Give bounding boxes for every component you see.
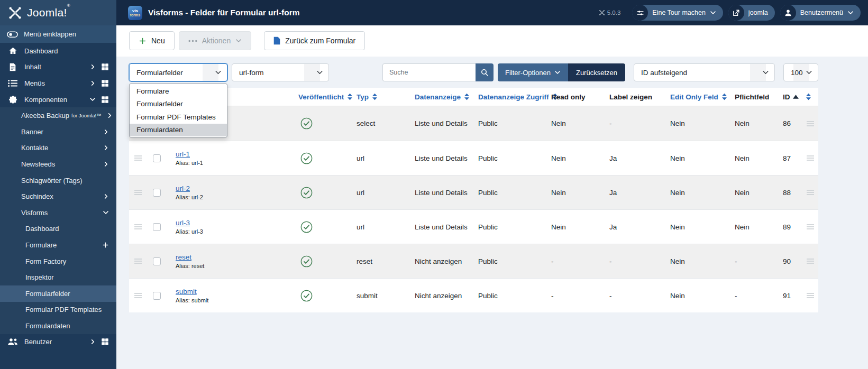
sidebar-item-visforms-dashboard[interactable]: Dashboard	[0, 221, 116, 237]
sidebar-item-formular-pdf-templates[interactable]: Formular PDF Templates	[0, 302, 116, 318]
view-select[interactable]: Formularfelder	[129, 63, 227, 81]
plus-icon	[139, 37, 147, 45]
edit-only-cell: Nein	[660, 189, 724, 197]
zugriff-cell: Public	[468, 154, 541, 162]
check-circle-icon[interactable]	[300, 290, 313, 302]
check-circle-icon[interactable]	[300, 152, 313, 164]
dropdown-option[interactable]: Formulare	[130, 85, 227, 98]
column-header-veroeffentlicht[interactable]: Veröffentlicht	[288, 93, 346, 101]
typ-cell: select	[346, 119, 404, 127]
column-header-label-zeigen: Label zeigen	[599, 93, 660, 101]
column-header-datenanzeige[interactable]: Datenanzeige	[404, 93, 468, 101]
zugriff-cell: Public	[468, 189, 541, 197]
user-menu-button[interactable]: Benutzermenü	[780, 5, 861, 21]
sidebar-item-schlagwoerter-tags[interactable]: Schlagwörter (Tags)	[0, 172, 116, 189]
sidebar-item-kontakte[interactable]: Kontakte	[0, 140, 116, 156]
header-actions: 5.0.3 Eine Tour machen joomla Benutzerme…	[599, 5, 868, 21]
sidebar-item-label: Formularfelder	[25, 290, 70, 298]
sidebar-item-komponenten[interactable]: Komponenten	[0, 91, 116, 108]
sidebar-item-inhalt[interactable]: Inhalt	[0, 59, 116, 76]
drag-handle-icon[interactable]	[802, 155, 818, 161]
datenanzeige-cell: Liste und Details	[404, 154, 468, 162]
row-checkbox[interactable]	[153, 257, 161, 265]
label-zeigen-cell: -	[599, 119, 660, 127]
filter-options-button[interactable]: Filter-Optionen	[498, 63, 568, 81]
column-header-typ[interactable]: Typ	[346, 93, 404, 101]
column-header-id[interactable]: ID	[773, 93, 802, 101]
id-cell: 91	[773, 292, 802, 300]
typ-cell: submit	[346, 292, 404, 300]
limit-select[interactable]: 100	[783, 63, 818, 81]
row-checkbox[interactable]	[153, 292, 161, 300]
sidebar-item-label: Akeeba Backup	[21, 112, 69, 119]
column-header-ordering-sort[interactable]	[802, 93, 818, 100]
fields-table: Veröffentlicht Typ Datenanzeige Datenanz…	[129, 88, 818, 312]
take-tour-button[interactable]: Eine Tour machen	[632, 5, 723, 21]
sidebar-item-formularfelder[interactable]: Formularfelder	[0, 285, 116, 302]
column-header-edit-only-feld[interactable]: Edit Only Feld	[660, 93, 724, 101]
site-preview-button[interactable]: joomla	[728, 5, 775, 21]
field-title-link[interactable]: url-3	[176, 219, 190, 227]
menu-collapse-button[interactable]: Menü einklappen	[0, 25, 116, 43]
drag-handle-icon[interactable]	[129, 189, 147, 196]
field-title-link[interactable]: reset	[176, 253, 191, 261]
check-circle-icon[interactable]	[300, 255, 313, 267]
sidebar-item-suchindex[interactable]: Suchindex	[0, 188, 116, 205]
view-select-dropdown: FormulareFormularfelderFormular PDF Temp…	[129, 84, 227, 137]
drag-handle-icon[interactable]	[802, 258, 818, 264]
page-title: Visforms - Felder für Formular url-form	[148, 8, 300, 17]
table-header-row: Veröffentlicht Typ Datenanzeige Datenanz…	[129, 88, 818, 106]
check-circle-icon[interactable]	[300, 187, 313, 199]
sidebar-item-newsfeeds[interactable]: Newsfeeds	[0, 156, 116, 172]
search-button[interactable]	[476, 63, 494, 81]
drag-handle-icon[interactable]	[802, 224, 818, 230]
drag-handle-icon[interactable]	[129, 224, 147, 230]
row-checkbox[interactable]	[153, 154, 161, 162]
datenanzeige-cell: Liste und Details	[404, 119, 468, 127]
drag-handle-icon[interactable]	[129, 155, 147, 161]
chevron-down-icon	[215, 69, 222, 76]
check-circle-icon[interactable]	[300, 221, 313, 233]
sidebar-item-formulare[interactable]: Formulare	[0, 237, 116, 253]
edit-only-cell: Nein	[660, 292, 724, 300]
chevron-down-icon	[762, 69, 769, 76]
field-title-link[interactable]: submit	[176, 288, 197, 296]
dropdown-option[interactable]: Formularfelder	[130, 98, 227, 111]
sidebar-item-visforms[interactable]: Visforms	[0, 205, 116, 221]
chevron-down-icon	[806, 69, 812, 76]
sort-select[interactable]: ID aufsteigend	[634, 63, 775, 81]
dropdown-option[interactable]: Formular PDF Templates	[130, 110, 227, 124]
sidebar-item-menus[interactable]: Menüs	[0, 75, 116, 91]
sidebar-item-akeeba-backup[interactable]: Akeeba Backupfor Joomla!™	[0, 107, 116, 124]
field-title-link[interactable]: url-2	[176, 185, 190, 192]
drag-handle-icon[interactable]	[129, 292, 147, 299]
drag-handle-icon[interactable]	[802, 121, 818, 127]
column-header-datenanzeige-zugriff[interactable]: Datenanzeige Zugriff	[468, 93, 541, 101]
main-area: Neu Aktionen Zurück zum Formular Formula…	[116, 25, 868, 369]
sidebar-item-inspektor[interactable]: Inspektor	[0, 269, 116, 285]
search-input[interactable]	[382, 63, 476, 81]
back-to-form-button[interactable]: Zurück zum Formular	[264, 31, 365, 50]
sidebar-item-label: Kontakte	[21, 144, 48, 152]
row-checkbox[interactable]	[153, 189, 161, 197]
sidebar-item-benutzer[interactable]: Benutzer	[0, 334, 116, 350]
row-checkbox[interactable]	[153, 223, 161, 231]
dropdown-option[interactable]: Formulardaten	[130, 124, 227, 137]
sidebar-item-dashboard[interactable]: Dashboard	[0, 43, 116, 59]
field-title-link[interactable]: url-1	[176, 150, 190, 158]
drag-handle-icon[interactable]	[802, 189, 818, 196]
sidebar-item-banner[interactable]: Banner	[0, 124, 116, 140]
drag-handle-icon[interactable]	[802, 292, 818, 299]
checkbox-cell	[147, 292, 166, 300]
sidebar-item-formulardaten[interactable]: Formulardaten	[0, 318, 116, 334]
sidebar-item-form-factory[interactable]: Form Factory	[0, 253, 116, 270]
toggle-icon	[7, 30, 18, 39]
check-circle-icon[interactable]	[300, 117, 313, 130]
reset-button[interactable]: Zurücksetzen	[568, 63, 625, 81]
drag-handle-icon[interactable]	[129, 258, 147, 264]
form-select[interactable]: url-form	[232, 63, 329, 81]
filter-bar: Formularfelder url-form Filter-Optionen	[129, 63, 818, 81]
edit-only-cell: Nein	[660, 119, 724, 127]
new-button[interactable]: Neu	[129, 31, 175, 50]
actions-button[interactable]: Aktionen	[179, 31, 251, 50]
